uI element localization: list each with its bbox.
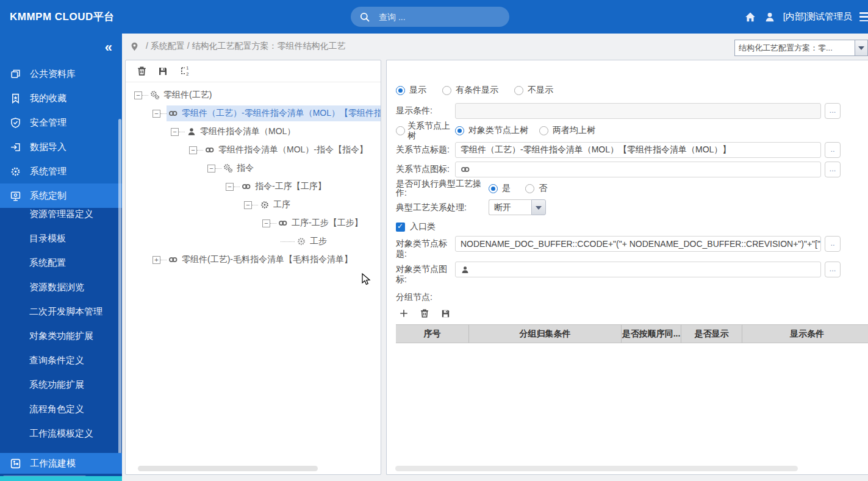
radio-display[interactable]: 显示 [396,85,426,96]
relation-icon-row: 关系节点图标: ... [387,162,868,177]
relation-title-field[interactable]: 零组件（工艺）-零组件指令清单（MOL）【零组件指令清单（MOL）】 [455,142,821,158]
radio-no-display[interactable]: 不显示 [514,85,553,96]
object-icon-row: 对象类节点图标: ... [387,262,868,285]
tree-node[interactable]: 零组件指令清单（MOL） [126,123,381,141]
typical-relation-combo[interactable]: 断开 [489,199,546,215]
submenu-item-resource-manager-def[interactable]: 资源管理器定义 [0,208,122,226]
tree-node-label: 零组件指令清单（MOL） [200,126,295,137]
sidebar-item-security[interactable]: 安全管理 [0,110,122,135]
submenu-item-object-class-extend[interactable]: 对象类功能扩展 [0,324,122,348]
group-table-toolbar [387,306,868,321]
submenu-item-catalog-template[interactable]: 目录模板 [0,226,122,251]
link-icon [205,145,215,155]
tree-node[interactable]: 指令-工序【工序】 [126,177,381,196]
tree-node[interactable]: 工序-工步【工步】 [126,214,381,232]
search-input[interactable] [379,12,482,22]
delete-icon[interactable] [418,307,431,319]
tree-connector [142,95,148,96]
radio-both-nodes[interactable]: 两者均上树 [539,125,595,136]
combo-value: 断开 [489,199,531,215]
browse-button[interactable]: ... [825,103,841,119]
submenu-item-process-role-def[interactable]: 流程角色定义 [0,397,122,421]
browse-button[interactable]: ... [825,162,841,177]
collapse-toggle-icon[interactable] [189,146,197,154]
sidebar-collapse-icon[interactable] [105,40,112,55]
sidebar-item-workflow-modeling[interactable]: 工作流建模 [0,453,122,474]
field-label: 关系节点标题: [396,142,455,155]
tree-node[interactable]: 工序 [126,196,381,214]
column-header-visible[interactable]: 是否显示 [681,325,742,343]
collapse-toggle-icon[interactable] [262,219,270,227]
submenu-item-system-function-extend[interactable]: 系统功能扩展 [0,372,122,397]
collapse-toggle-icon[interactable] [134,91,142,99]
column-header-seq[interactable]: 序号 [396,325,469,343]
checkbox-checked-icon[interactable] [396,223,405,232]
field-label: 典型工艺关系处理: [396,202,489,213]
sidebar-item-system-custom[interactable]: 系统定制 [0,183,122,208]
delete-icon[interactable] [135,65,148,77]
radio-icon [442,86,451,95]
collapse-toggle-icon[interactable] [226,183,234,191]
browse-button[interactable]: .. [825,236,841,252]
tree-node[interactable]: 零组件指令清单（MOL）-指令【指令】 [126,141,381,159]
chevron-down-icon[interactable] [531,199,546,215]
submenu-item-secondary-dev-script[interactable]: 二次开发脚本管理 [0,299,122,324]
object-icon-field[interactable] [455,262,821,277]
collapse-toggle-icon[interactable] [171,128,179,136]
scheme-select[interactable]: 结构化工艺配置方案：零... [734,40,868,56]
global-search[interactable] [351,7,509,27]
sidebar-vertical-scrollbar[interactable] [118,119,121,460]
browse-button[interactable]: .. [825,142,841,158]
object-title-row: 对象类节点标题: NODENAME_DOC_BUFFER::CCODE+"("+… [387,236,868,259]
user-icon[interactable] [764,11,776,23]
group-node-row: 分组节点: [387,290,868,302]
save-icon[interactable] [439,307,451,319]
radio-relation-node[interactable]: 关系节点上树 [396,121,455,140]
radio-object-node[interactable]: 对象类节点上树 [455,125,528,136]
submenu-item-resource-data-browse[interactable]: 资源数据浏览 [0,275,122,299]
submenu-item-query-condition-def[interactable]: 查询条件定义 [0,348,122,372]
save-icon[interactable] [157,65,169,77]
typical-op-row: 是否可执行典型工艺操作: 是 否 [387,179,868,198]
browse-button[interactable]: ... [825,262,841,277]
tree-node[interactable]: 零组件(工艺)-毛料指令清单【毛料指令清单】 [126,251,381,269]
sidebar-item-system-admin[interactable]: 系统管理 [0,159,122,183]
radio-yes[interactable]: 是 [489,183,511,194]
submenu-item-system-config[interactable]: 系统配置 [0,251,122,275]
menu-icon[interactable] [859,12,868,21]
expand-levels-icon[interactable] [178,65,190,77]
current-user-label[interactable]: [内部]测试管理员 [783,11,852,23]
collapse-toggle-icon[interactable] [207,165,215,173]
entry-class-row[interactable]: 入口类 [387,221,868,232]
main-area: / 系统配置 / 结构化工艺配置方案：零组件结构化工艺 结构化工艺配置方案：零.… [122,34,868,481]
tree-node[interactable]: 指令 [126,159,381,177]
radio-no[interactable]: 否 [525,183,547,194]
column-header-group-condition[interactable]: 分组归集条件 [469,325,622,343]
sidebar-item-label: 工作流建模 [30,458,76,469]
tree-node-selected[interactable]: 零组件（工艺）-零组件指令清单（MOL）【零组件指令清单（MOL）】 [126,104,381,123]
column-header-ordered[interactable]: 是否按顺序同... [622,325,681,343]
add-icon[interactable] [398,307,410,319]
tree-connector [179,132,185,132]
form-horizontal-scrollbar[interactable] [395,466,798,471]
collapse-toggle-icon[interactable] [152,110,160,118]
home-icon[interactable] [744,11,756,23]
chevron-down-icon[interactable] [855,40,867,55]
object-title-field[interactable]: NODENAME_DOC_BUFFER::CCODE+"("+ NODENAME… [455,236,821,252]
sidebar-item-data-import[interactable]: 数据导入 [0,135,122,159]
relation-icon-field[interactable] [455,162,821,177]
tree-node-label: 零组件指令清单（MOL）-指令【指令】 [218,144,368,155]
sidebar-item-favorites[interactable]: 我的收藏 [0,86,122,110]
tree-horizontal-scrollbar[interactable] [138,466,318,471]
copy-icon [10,68,21,80]
display-condition-field[interactable] [455,103,821,119]
tree-node[interactable]: 零组件(工艺) [126,86,381,104]
submenu-item-workflow-template-def[interactable]: 工作流模板定义 [0,421,122,446]
column-header-display-condition[interactable]: 显示条件 [742,325,868,343]
link-icon [168,255,178,265]
expand-toggle-icon[interactable] [152,256,160,264]
collapse-toggle-icon[interactable] [244,201,252,209]
sidebar-item-public-library[interactable]: 公共资料库 [0,62,122,86]
tree-node[interactable]: 工步 [126,232,381,251]
radio-conditional-display[interactable]: 有条件显示 [442,85,498,96]
